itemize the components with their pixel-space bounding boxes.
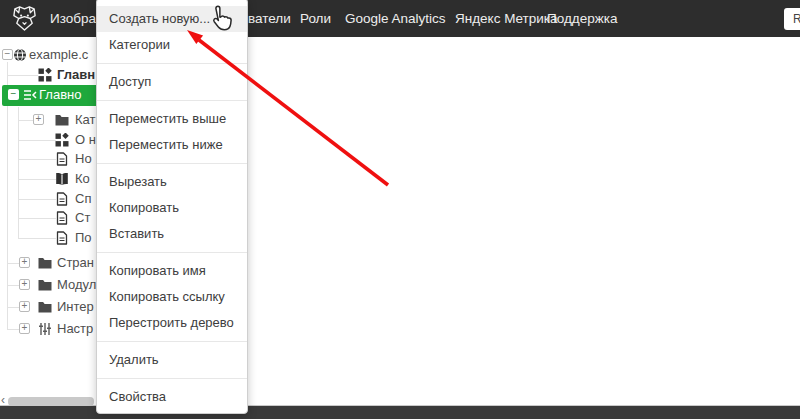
doc-icon <box>55 231 69 245</box>
tree-item-label: Но <box>75 149 92 169</box>
menu-item[interactable]: Категории <box>97 32 247 58</box>
grid-icon <box>55 133 69 147</box>
menu-item[interactable]: Вырезать <box>97 169 247 195</box>
tree-item-label: Кат <box>75 110 95 130</box>
menu-item[interactable]: Переместить выше <box>97 106 247 132</box>
tree-item-label: Ко <box>75 169 90 189</box>
nav-item[interactable]: Роли <box>300 0 331 37</box>
folder-icon <box>55 113 69 127</box>
tree-item-label: Ст <box>75 208 90 228</box>
menu-separator <box>97 378 247 379</box>
leopard-logo-icon[interactable] <box>11 5 38 32</box>
doc-icon <box>55 192 69 206</box>
expand-icon[interactable]: + <box>33 114 44 125</box>
expand-icon[interactable]: + <box>19 301 30 312</box>
tree-item-label: О н <box>75 130 96 150</box>
menu-item[interactable]: Доступ <box>97 69 247 95</box>
folder-icon <box>38 256 52 270</box>
doc-icon <box>55 211 69 225</box>
folder-icon <box>38 300 52 314</box>
menu-item[interactable]: Свойства <box>97 384 247 410</box>
menu-item[interactable]: Перестроить дерево <box>97 310 247 336</box>
tree-item-label: Модул <box>57 275 96 295</box>
expand-icon[interactable]: + <box>19 323 30 334</box>
menu-collapse-icon <box>23 88 37 102</box>
tree-item-label: Сп <box>75 189 91 209</box>
menu-item[interactable]: Копировать <box>97 195 247 221</box>
tree-item-label: example.c <box>29 45 88 65</box>
collapse-icon[interactable]: − <box>2 49 13 60</box>
menu-item[interactable]: Копировать имя <box>97 258 247 284</box>
tree-item-label: Главно <box>39 85 81 105</box>
app-window: ИзобравателиРолиGoogle AnalyticsЯндекс М… <box>0 0 800 419</box>
nav-item[interactable]: ватели <box>248 0 291 37</box>
tree-item-label: По <box>75 228 92 248</box>
language-button[interactable]: R <box>784 8 800 30</box>
collapse-icon[interactable]: − <box>8 89 19 100</box>
menu-item[interactable]: Копировать ссылку <box>97 284 247 310</box>
book-icon <box>55 172 69 186</box>
menu-item[interactable]: Переместить ниже <box>97 132 247 158</box>
menu-item[interactable]: Удалить <box>97 347 247 373</box>
menu-separator <box>97 63 247 64</box>
tree-item-label: Настр <box>57 319 93 339</box>
sliders-icon <box>38 322 52 336</box>
nav-item[interactable]: Изобра <box>50 0 96 37</box>
nav-item[interactable]: Яндекс Метрика <box>455 0 558 37</box>
menu-item[interactable]: Вставить <box>97 221 247 247</box>
tree-item-label: Главн <box>57 65 95 85</box>
globe-icon <box>13 48 27 62</box>
doc-icon <box>55 152 69 166</box>
tree-context-menu: Создать новую...КатегорииДоступПеремести… <box>96 0 248 414</box>
menu-separator <box>97 341 247 342</box>
folder-icon <box>38 278 52 292</box>
grid-icon <box>38 68 52 82</box>
expand-icon[interactable]: + <box>19 257 30 268</box>
nav-item[interactable]: Поддержка <box>547 0 617 37</box>
tree-item-label: Стран <box>57 253 94 273</box>
tree-item-label: Интер <box>57 297 94 317</box>
expand-icon[interactable]: + <box>19 279 30 290</box>
nav-item[interactable]: Google Analytics <box>345 0 446 37</box>
menu-item[interactable]: Создать новую... <box>97 6 247 32</box>
menu-separator <box>97 163 247 164</box>
menu-separator <box>97 100 247 101</box>
menu-separator <box>97 252 247 253</box>
